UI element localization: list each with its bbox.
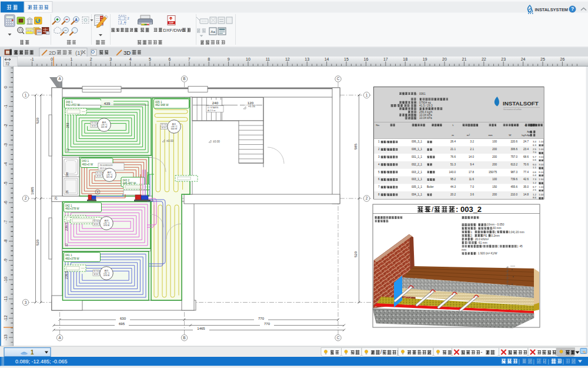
svg-text:Aa: Aa xyxy=(211,30,215,34)
svg-text:10.04 kPa: 10.04 kPa xyxy=(419,114,432,117)
svg-text:-: - xyxy=(481,350,483,355)
svg-text:A 100: A 100 xyxy=(94,273,99,276)
svg-text:2: 2 xyxy=(128,16,129,20)
svg-text:1905: 1905 xyxy=(31,187,34,195)
svg-text::: : xyxy=(417,92,417,95)
svg-text:|: | xyxy=(519,358,520,364)
svg-text:585: 585 xyxy=(354,143,358,150)
svg-text:-4: -4 xyxy=(4,163,8,166)
svg-text:(1): (1) xyxy=(75,49,82,56)
svg-text:200: 200 xyxy=(492,148,497,151)
svg-text:640 W: 640 W xyxy=(171,128,178,130)
svg-text:6: 6 xyxy=(378,178,380,181)
svg-text:26: 26 xyxy=(65,190,69,194)
svg-text:043 2: 043 2 xyxy=(123,179,130,182)
svg-text:Δp: Δp xyxy=(527,130,530,133)
svg-text:14.0: 14.0 xyxy=(469,155,474,158)
svg-text:-5: -5 xyxy=(4,181,8,185)
svg-text:07904 sq: 07904 sq xyxy=(419,101,431,104)
svg-text:42.6: 42.6 xyxy=(523,178,529,181)
svg-text:the essence of airflow: the essence of airflow xyxy=(503,108,522,111)
svg-text:|: | xyxy=(563,358,564,364)
svg-text:006_3_1: 006_3_1 xyxy=(412,140,422,143)
svg-text:20: 20 xyxy=(442,57,447,61)
svg-text:321 W: 321 W xyxy=(106,176,113,178)
svg-text:Boiler: Boiler xyxy=(427,185,434,188)
svg-text:0.089; -12.485; -0.065: 0.089; -12.485; -0.065 xyxy=(15,359,68,364)
svg-text:-9: -9 xyxy=(4,258,8,262)
svg-text:m²: m² xyxy=(467,134,470,137)
svg-text:-8: -8 xyxy=(4,239,8,243)
svg-text:005_1_1: 005_1_1 xyxy=(412,185,422,188)
svg-text:-3: -3 xyxy=(4,143,8,147)
svg-text:0: 0 xyxy=(4,86,8,88)
svg-text:A 100: A 100 xyxy=(92,125,96,127)
svg-text:378 W: 378 W xyxy=(103,274,110,277)
svg-text:mm: mm xyxy=(488,134,493,137)
svg-text:462-948 W: 462-948 W xyxy=(155,104,169,107)
svg-text:35 150: 35 150 xyxy=(93,220,99,223)
svg-text:21.1: 21.1 xyxy=(450,148,456,151)
svg-text:A 100: A 100 xyxy=(162,127,166,129)
svg-text:8.00: 8.00 xyxy=(539,171,544,174)
svg-text:INSTALSYSTEM: INSTALSYSTEM xyxy=(535,7,569,12)
svg-text:200: 200 xyxy=(492,155,497,158)
svg-text:8: 8 xyxy=(208,57,210,61)
svg-text:2.5: 2.5 xyxy=(533,188,537,191)
svg-text:150: 150 xyxy=(492,185,497,188)
svg-text:0.4: 0.4 xyxy=(533,174,537,177)
svg-text:A: A xyxy=(96,191,98,194)
svg-text:1.00: 1.00 xyxy=(539,185,544,188)
svg-text:1.00: 1.00 xyxy=(539,193,544,196)
svg-text:7: 7 xyxy=(188,57,191,61)
svg-text:7: 7 xyxy=(378,185,380,188)
svg-text:|: | xyxy=(533,358,534,364)
svg-text:10: 10 xyxy=(246,57,250,61)
svg-text:12: 12 xyxy=(66,148,69,152)
svg-text:003_2_1: 003_2_1 xyxy=(412,171,422,174)
svg-text:520: 520 xyxy=(36,239,39,246)
svg-text:042 1: 042 1 xyxy=(65,204,72,207)
svg-text:?: ? xyxy=(571,6,574,12)
svg-text:35.0: 35.0 xyxy=(523,185,529,188)
svg-text:10.04 kPa: 10.04 kPa xyxy=(419,117,432,120)
svg-text:8: 8 xyxy=(378,193,380,196)
svg-text:4: 4 xyxy=(378,163,380,166)
svg-text:0.2mm: 0.2mm xyxy=(491,234,500,237)
svg-text:-2: -2 xyxy=(4,124,8,127)
svg-text:70.6: 70.6 xyxy=(523,163,529,166)
svg-text:613.2: 613.2 xyxy=(511,163,518,166)
svg-text:16: 16 xyxy=(364,57,369,61)
svg-text:003_1_1: 003_1_1 xyxy=(412,178,422,181)
svg-text:25: 25 xyxy=(540,57,545,61)
svg-text:17.8: 17.8 xyxy=(469,171,474,174)
svg-text:0,04) 20 mm: 0,04) 20 mm xyxy=(509,231,524,234)
svg-text:1: 1 xyxy=(366,93,368,97)
svg-text:2:: 2: xyxy=(470,234,473,237)
svg-text:: 20.0 kN/m²: : 20.0 kN/m² xyxy=(473,238,489,241)
svg-text:14: 14 xyxy=(325,57,329,61)
svg-text:U: STAIRS: U: STAIRS xyxy=(208,107,219,109)
svg-text:35 150: 35 150 xyxy=(93,270,99,273)
svg-text:-10: -10 xyxy=(4,277,8,283)
svg-text:200: 200 xyxy=(492,193,497,196)
svg-text:041 1: 041 1 xyxy=(65,254,72,257)
svg-text:0: 0 xyxy=(51,57,53,61)
svg-text:3.2: 3.2 xyxy=(470,140,475,143)
svg-text:2: 2 xyxy=(366,196,368,200)
svg-text:IN 0038/0039: IN 0038/0039 xyxy=(100,164,113,167)
svg-text:3: 3 xyxy=(25,300,27,304)
svg-text:239.5: 239.5 xyxy=(65,223,68,231)
svg-text:378 W: 378 W xyxy=(103,224,110,227)
svg-text:23: 23 xyxy=(501,57,506,61)
svg-text:-1: -1 xyxy=(4,104,8,108)
svg-text:1.00: 1.00 xyxy=(539,148,544,151)
svg-text:7.0: 7.0 xyxy=(470,185,475,188)
svg-text:C: C xyxy=(337,77,340,81)
svg-text:A: A xyxy=(58,336,61,340)
svg-text:306.6: 306.6 xyxy=(511,148,518,151)
svg-text:PE: PE xyxy=(483,234,487,237)
svg-text:41.5 / 29.3: 41.5 / 29.3 xyxy=(419,104,433,107)
svg-text:520: 520 xyxy=(354,251,358,257)
svg-text:460+0 W: 460+0 W xyxy=(82,163,93,166)
